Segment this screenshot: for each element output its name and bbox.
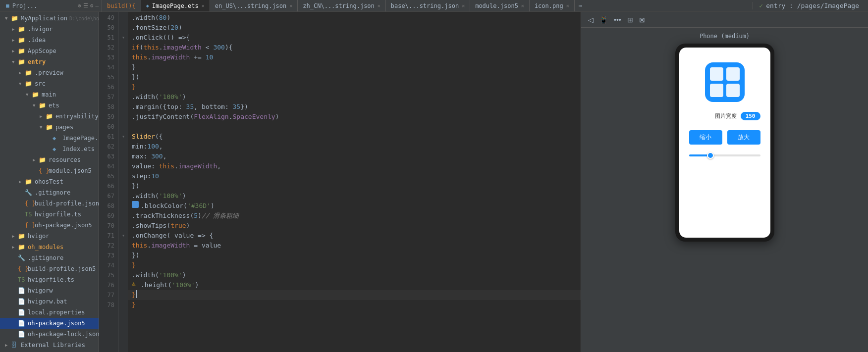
tree-gitignore-entry-label: .gitignore	[35, 189, 70, 196]
tree-entryability[interactable]: ▶ 📁 entryability	[0, 111, 99, 122]
tree-gitignore-root[interactable]: 🔧 .gitignore	[0, 252, 99, 263]
app-icon-dot-2	[726, 67, 740, 81]
tree-ohostest[interactable]: ▶ 📁 ohosTest	[0, 176, 99, 187]
fold-61[interactable]: ▾	[122, 132, 125, 142]
tree-pages[interactable]: ▼ 📁 pages	[0, 122, 99, 133]
tree-oh-package-entry[interactable]: { } oh-package.json5	[0, 220, 99, 231]
code-line-74: }	[128, 260, 581, 270]
tree-idea-label: .idea	[28, 37, 46, 44]
tree-indexets[interactable]: ▶ ◆ Index.ets	[0, 144, 99, 154]
tree-local-properties-label: local.properties	[28, 309, 85, 316]
tab-base-string-close[interactable]: ✕	[462, 3, 465, 8]
tree-external-libs[interactable]: ▶ 🗄 External Libraries	[0, 340, 99, 351]
preview-expand-btn[interactable]: ⊠	[637, 15, 647, 25]
code-editor[interactable]: .width(80) .fontSize(20) .onClick(() =>{…	[128, 12, 581, 352]
phone-slider-track[interactable]	[689, 154, 760, 156]
tree-build-profile-entry[interactable]: { } build-profile.json5	[0, 198, 99, 209]
icon-minus[interactable]: –	[95, 2, 99, 9]
image-width-row: 图片宽度 150	[689, 112, 760, 120]
preview-more-btn[interactable]: •••	[612, 15, 623, 25]
tree-idea[interactable]: ▶ 📁 .idea	[0, 35, 99, 46]
tab-build[interactable]: build(){	[102, 0, 141, 11]
tree-oh-package-root[interactable]: 📄 oh-package.json5	[0, 318, 99, 329]
icon-settings[interactable]: ⚙	[90, 2, 94, 9]
tree-root[interactable]: ▼ 📁 MyApplication D:\code\hong	[0, 13, 99, 24]
arrow-entry: ▼	[12, 59, 18, 64]
tree-hvigorw-bat[interactable]: 📄 hvigorw.bat	[0, 296, 99, 307]
icon-circle[interactable]: ⊙	[78, 2, 81, 9]
tab-en-string-close[interactable]: ✕	[289, 3, 292, 8]
folder-icon-appscope: 📁	[18, 48, 26, 54]
tree-entryability-label: entryability	[55, 113, 99, 120]
preview-phone-btn[interactable]: 📱	[597, 15, 610, 25]
image-width-label: 图片宽度	[689, 112, 737, 120]
shrink-btn[interactable]: 缩小	[689, 130, 722, 145]
tree-ets[interactable]: ▼ 📁 ets	[0, 100, 99, 111]
project-tab-label[interactable]: Proj...	[12, 2, 38, 9]
arrow-oh-modules: ▶	[12, 245, 18, 250]
code-line-58: .margin({top: 35, bottom: 35})	[128, 102, 581, 112]
code-line-67: .width('100%')	[128, 191, 581, 201]
code-line-66: })	[128, 181, 581, 191]
tree-module-json5-entry[interactable]: ▶ { } module.json5	[0, 165, 99, 176]
top-bar-icons: ⊙ ☰ ⚙ –	[78, 2, 99, 9]
fold-71[interactable]: ▾	[122, 231, 125, 241]
tab-imagepage[interactable]: ◆ ImagePage.ets ✕	[141, 0, 210, 11]
editor-area: 49 50 51 52 53 54 55 56 57 58 59 60 61 6…	[99, 12, 581, 352]
tree-oh-modules[interactable]: ▶ 📁 oh_modules	[0, 242, 99, 252]
tab-zh-string[interactable]: zh_CN\...string.json ✕	[298, 0, 386, 11]
tree-oh-package-lock[interactable]: 📄 oh-package-lock.json5	[0, 329, 99, 340]
tab-module-json5-close[interactable]: ✕	[521, 3, 524, 8]
phone-name-label: Phone (medium)	[700, 33, 750, 40]
preview-back-btn[interactable]: ◁	[586, 15, 596, 25]
tree-hvigor-label: .hvigor	[28, 26, 53, 33]
tab-module-json5[interactable]: module.json5 ✕	[470, 0, 530, 11]
tree-resources[interactable]: ▶ 📁 resources	[0, 154, 99, 165]
tree-preview[interactable]: ▶ 📁 .preview	[0, 67, 99, 78]
tree-hvigor-root[interactable]: ▶ 📁 hvigor	[0, 231, 99, 242]
tab-overflow-menu[interactable]: ⋯	[575, 0, 586, 11]
tree-hvigor[interactable]: ▶ 📁 .hvigor	[0, 24, 99, 35]
code-line-52: if(this.imageWidth < 300){	[128, 43, 581, 52]
tab-icon-png-close[interactable]: ✕	[566, 3, 569, 8]
file-tree: ▼ 📁 MyApplication D:\code\hong ▶ 📁 .hvig…	[0, 12, 99, 352]
tree-main[interactable]: ▼ 📁 main	[0, 89, 99, 100]
tree-module-json5-label: module.json5	[49, 167, 92, 174]
tree-hvigorw[interactable]: 📄 hvigorw	[0, 285, 99, 296]
tree-imagepage-label: ImagePage.ets	[62, 135, 99, 142]
tree-entry[interactable]: ▼ 📁 entry	[0, 56, 99, 67]
tree-build-profile-root[interactable]: { } build-profile.json5	[0, 263, 99, 274]
tab-imagepage-close[interactable]: ✕	[202, 3, 205, 8]
tab-base-string[interactable]: base\...string.json ✕	[386, 0, 470, 11]
file-icon-hvigorfile-root: TS	[18, 276, 26, 283]
phone-frame: 图片宽度 150 缩小 放大	[675, 44, 774, 242]
file-icon-imagepage: ◆	[53, 135, 60, 142]
folder-icon-pages: 📁	[46, 124, 54, 131]
tab-module-json5-label: module.json5	[475, 2, 518, 9]
icon-list[interactable]: ☰	[83, 2, 88, 9]
tree-src[interactable]: ▼ 📁 src	[0, 78, 99, 89]
previewer-tab[interactable]: ✓ entry : /pages/ImagePage	[753, 2, 865, 9]
tree-external-libs-label: External Libraries	[21, 342, 85, 349]
tree-imagepage[interactable]: ▶ ◆ ImagePage.ets	[0, 133, 99, 144]
tree-local-properties[interactable]: 📄 local.properties	[0, 307, 99, 318]
code-line-63: max: 300,	[128, 151, 581, 161]
tree-build-profile-root-label: build-profile.json5	[28, 265, 96, 272]
tree-root-path: D:\code\hong	[69, 16, 99, 21]
fold-51[interactable]: ▾	[122, 33, 125, 43]
preview-grid-btn[interactable]: ⊞	[625, 15, 635, 25]
tab-icon-ets: ◆	[146, 3, 149, 8]
tree-hvigorfile-entry-label: hvigorfile.ts	[35, 211, 81, 218]
folder-icon-entryability: 📁	[46, 113, 54, 120]
tree-hvigorfile-root[interactable]: TS hvigorfile.ts	[0, 274, 99, 285]
tab-en-string[interactable]: en_US\...string.json ✕	[210, 0, 298, 11]
tree-gitignore-entry[interactable]: 🔧 .gitignore	[0, 187, 99, 198]
tree-appscope[interactable]: ▶ 📁 AppScope	[0, 46, 99, 56]
tab-icon-png[interactable]: icon.png ✕	[530, 0, 575, 11]
phone-slider-thumb[interactable]	[707, 152, 714, 159]
enlarge-btn[interactable]: 放大	[727, 130, 760, 145]
code-line-62: min:100,	[128, 142, 581, 151]
tree-hvigorfile-entry[interactable]: TS hvigorfile.ts	[0, 209, 99, 220]
tab-zh-string-close[interactable]: ✕	[378, 3, 380, 8]
folder-icon-ohostest: 📁	[25, 178, 33, 185]
